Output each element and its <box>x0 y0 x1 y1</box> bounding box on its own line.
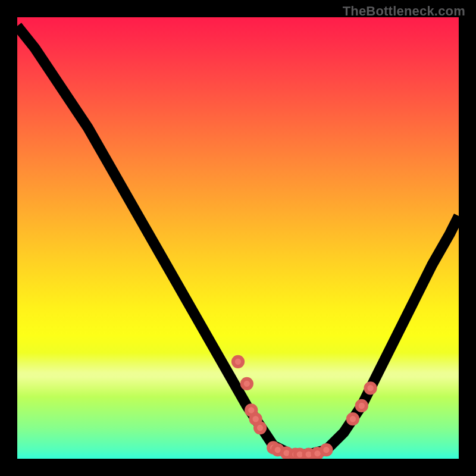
curve-marker <box>321 445 331 455</box>
curve-marker <box>365 383 375 393</box>
curve-marker <box>233 357 243 367</box>
curve-marker <box>255 423 265 433</box>
curve-marker <box>242 379 252 389</box>
chart-frame: TheBottleneck.com <box>0 0 476 476</box>
bottleneck-curve <box>17 26 459 455</box>
curve-marker <box>357 401 367 411</box>
plot-area <box>17 17 459 459</box>
curve-svg <box>17 17 459 459</box>
curve-marker <box>348 414 358 424</box>
